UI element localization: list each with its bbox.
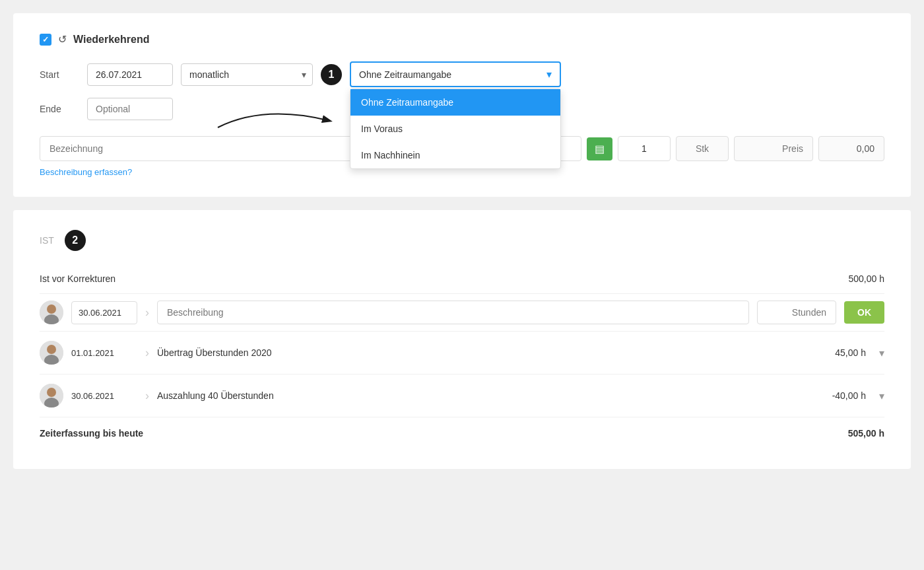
arrow-icon-3: ›: [145, 389, 149, 403]
ist-label: IST: [40, 235, 54, 246]
chevron-down-icon: ▾: [546, 68, 552, 81]
svg-point-1: [47, 304, 56, 314]
entry-desc-input[interactable]: [157, 301, 749, 324]
arrow-annotation: [211, 91, 356, 137]
ende-label: Ende: [40, 104, 79, 114]
entry-row-1: 01.01.2021 › Übertrag Überstunden 2020 4…: [40, 332, 884, 374]
ok-button[interactable]: OK: [844, 301, 884, 324]
avatar-new: [40, 301, 63, 324]
avatar-svg-1: [40, 341, 63, 365]
barcode-button[interactable]: ▤: [587, 137, 612, 160]
avatar-svg-2: [40, 384, 63, 408]
ist-vor-korrekturen-label: Ist vor Korrekturen: [40, 273, 116, 284]
zeitraum-dropdown-menu: Ohne Zeitraumangabe Im Voraus Im Nachhin…: [350, 89, 561, 169]
quantity-input[interactable]: [618, 136, 671, 161]
value-input[interactable]: [818, 136, 884, 161]
start-label: Start: [40, 69, 79, 80]
entry-expand-2[interactable]: ▾: [879, 390, 884, 402]
entry-date-2: 30.06.2021: [71, 391, 137, 401]
entry-date-input[interactable]: [71, 301, 137, 324]
history-icon: ↺: [58, 33, 67, 46]
zeitraum-dropdown-trigger[interactable]: Ohne Zeitraumangabe ▾: [350, 61, 561, 87]
ist-section: IST 2 Ist vor Korrekturen 500,00 h › OK: [13, 210, 911, 469]
entry-row-2: 30.06.2021 › Auszahlung 40 Überstunden -…: [40, 374, 884, 417]
entry-date-1: 01.01.2021: [71, 348, 137, 358]
entry-expand-1[interactable]: ▾: [879, 347, 884, 359]
entry-value-1: 45,00 h: [813, 347, 866, 358]
entry-stunden-input[interactable]: [757, 301, 836, 324]
dropdown-option-ohne[interactable]: Ohne Zeitraumangabe: [350, 89, 560, 116]
avatar-svg: [40, 301, 63, 324]
zeitraum-dropdown-container: Ohne Zeitraumangabe ▾ Ohne Zeitraumangab…: [350, 61, 561, 87]
total-row: Zeiterfassung bis heute 505,00 h: [40, 417, 884, 449]
dropdown-option-voraus[interactable]: Im Voraus: [350, 116, 560, 142]
wiederkehrend-label: Wiederkehrend: [73, 34, 149, 46]
ist-vor-korrekturen-value: 500,00 h: [849, 273, 885, 284]
arrow-icon: ›: [145, 306, 149, 320]
entry-value-2: -40,00 h: [813, 390, 866, 401]
total-label: Zeiterfassung bis heute: [40, 428, 143, 439]
svg-point-7: [47, 388, 56, 397]
new-entry-row: › OK: [40, 294, 884, 332]
dropdown-option-nachhinein[interactable]: Im Nachhinein: [350, 142, 560, 168]
ende-input[interactable]: [87, 98, 173, 120]
unit-input[interactable]: [676, 136, 729, 161]
arrow-icon-2: ›: [145, 346, 149, 360]
entry-desc-1: Übertrag Überstunden 2020: [157, 347, 805, 358]
avatar-entry-2: [40, 384, 63, 408]
avatar-entry-1: [40, 341, 63, 365]
frequency-select[interactable]: monatlich wöchentlich jährlich: [181, 63, 313, 86]
beschreibung-link[interactable]: Beschreibung erfassen?: [40, 167, 132, 177]
step-badge-1: 1: [321, 64, 342, 85]
price-input[interactable]: [734, 136, 813, 161]
total-value: 505,00 h: [848, 428, 884, 439]
step-badge-2: 2: [65, 230, 86, 251]
wiederkehrend-checkbox[interactable]: [40, 34, 51, 46]
start-date-input[interactable]: [87, 63, 173, 86]
barcode-icon: ▤: [595, 143, 605, 155]
entry-desc-2: Auszahlung 40 Überstunden: [157, 390, 805, 401]
svg-point-4: [47, 345, 56, 354]
zeitraum-selected-value: Ohne Zeitraumangabe: [359, 69, 451, 80]
ist-vor-korrekturen-row: Ist vor Korrekturen 500,00 h: [40, 264, 884, 294]
